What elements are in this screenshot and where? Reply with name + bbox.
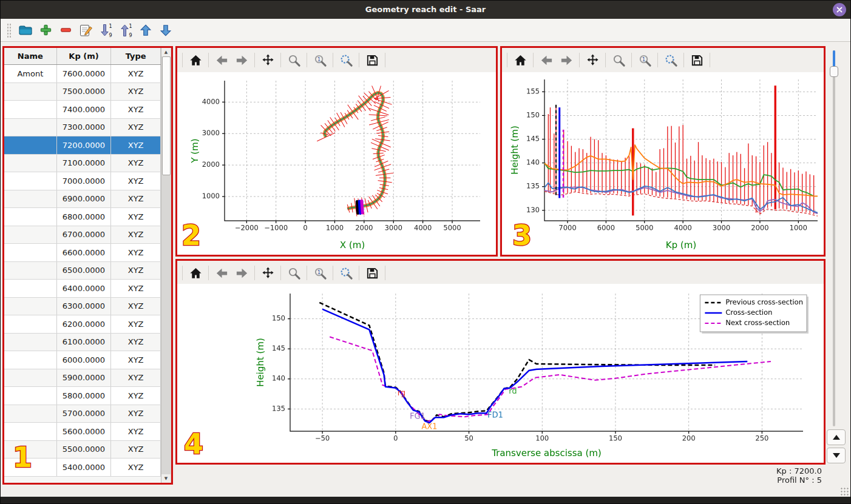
- next-profile-button[interactable]: [827, 448, 846, 463]
- cell-type[interactable]: XYZ: [111, 83, 161, 101]
- cell-type[interactable]: XYZ: [111, 190, 161, 208]
- cell-name[interactable]: [4, 119, 57, 136]
- table-row[interactable]: 6100.0000XYZ: [4, 334, 161, 352]
- cell-kp[interactable]: 7300.0000: [57, 119, 112, 136]
- slider-track[interactable]: [833, 50, 835, 426]
- profile-slider[interactable]: [830, 50, 838, 426]
- add-button[interactable]: [36, 22, 55, 39]
- table-row[interactable]: 6300.0000XYZ: [4, 298, 161, 316]
- home-icon[interactable]: [188, 266, 203, 280]
- scrollbar-thumb[interactable]: [162, 56, 171, 175]
- cell-type[interactable]: XYZ: [111, 172, 161, 190]
- cell-name[interactable]: [4, 387, 57, 405]
- resize-grip[interactable]: [840, 487, 849, 496]
- cell-type[interactable]: XYZ: [111, 155, 161, 172]
- table-row[interactable]: 5800.0000XYZ: [4, 387, 161, 405]
- pan-icon[interactable]: [260, 53, 275, 67]
- cell-kp[interactable]: 6900.0000: [57, 190, 112, 208]
- cell-kp[interactable]: 7400.0000: [57, 101, 112, 118]
- cell-kp[interactable]: 7000.0000: [57, 172, 112, 190]
- table-row[interactable]: 6600.0000XYZ: [4, 244, 161, 262]
- cell-kp[interactable]: 7200.0000: [57, 136, 112, 154]
- cell-kp[interactable]: 6800.0000: [57, 208, 112, 226]
- table-row[interactable]: 6400.0000XYZ: [4, 280, 161, 298]
- home-icon[interactable]: [513, 53, 527, 67]
- cell-type[interactable]: XYZ: [111, 334, 161, 351]
- cell-kp[interactable]: 5700.0000: [57, 405, 112, 423]
- table-row[interactable]: 5900.0000XYZ: [4, 369, 161, 388]
- cell-type[interactable]: XYZ: [111, 280, 161, 297]
- cell-type[interactable]: XYZ: [111, 298, 161, 315]
- cell-name[interactable]: [4, 262, 57, 280]
- cell-kp[interactable]: 7600.0000: [57, 65, 112, 82]
- cell-type[interactable]: XYZ: [111, 262, 161, 280]
- table-row[interactable]: 6900.0000XYZ: [4, 190, 161, 209]
- cell-name[interactable]: [4, 172, 57, 190]
- table-row[interactable]: 7100.0000XYZ: [4, 155, 161, 173]
- cell-kp[interactable]: 7100.0000: [57, 155, 112, 172]
- cell-kp[interactable]: 5800.0000: [57, 387, 112, 405]
- cell-type[interactable]: XYZ: [111, 351, 161, 369]
- longitudinal-profile-chart[interactable]: [502, 72, 824, 255]
- save-icon[interactable]: [690, 53, 704, 67]
- previous-profile-button[interactable]: [827, 429, 846, 445]
- cell-name[interactable]: [4, 334, 57, 351]
- pan-icon[interactable]: [585, 53, 600, 67]
- back-icon[interactable]: [214, 53, 229, 67]
- cell-type[interactable]: XYZ: [111, 459, 161, 476]
- zoom-one-icon[interactable]: 1: [313, 53, 327, 67]
- cell-name[interactable]: [4, 351, 57, 369]
- cell-type[interactable]: XYZ: [111, 119, 161, 136]
- cell-kp[interactable]: 5500.0000: [57, 441, 112, 459]
- cell-type[interactable]: XYZ: [111, 423, 161, 440]
- cell-type[interactable]: XYZ: [111, 136, 161, 154]
- cell-kp[interactable]: 5900.0000: [57, 369, 112, 387]
- zoom-rect-icon[interactable]: [339, 53, 353, 67]
- cross-section-chart[interactable]: [177, 284, 824, 463]
- sort-ascending-button[interactable]: 1 9: [117, 22, 135, 39]
- cell-kp[interactable]: 6400.0000: [57, 280, 112, 297]
- save-icon[interactable]: [365, 266, 379, 280]
- save-icon[interactable]: [365, 53, 379, 67]
- cell-kp[interactable]: 7500.0000: [57, 83, 112, 101]
- sort-descending-button[interactable]: 1 9: [97, 22, 115, 39]
- edit-button[interactable]: [76, 22, 95, 39]
- cell-name[interactable]: Amont: [4, 65, 57, 82]
- cell-name[interactable]: [4, 226, 57, 244]
- table-row[interactable]: 6700.0000XYZ: [4, 226, 161, 244]
- table-row[interactable]: 6500.0000XYZ: [4, 262, 161, 280]
- plan-view-chart[interactable]: [177, 72, 496, 255]
- zoom-icon[interactable]: [286, 53, 301, 67]
- open-button[interactable]: [16, 22, 35, 39]
- zoom-icon[interactable]: [286, 266, 301, 280]
- forward-icon[interactable]: [559, 53, 574, 67]
- back-icon[interactable]: [539, 53, 554, 67]
- move-down-button[interactable]: [157, 22, 175, 39]
- cell-type[interactable]: XYZ: [111, 315, 161, 333]
- cell-name[interactable]: [4, 298, 57, 315]
- cell-name[interactable]: [4, 315, 57, 333]
- cell-kp[interactable]: 6000.0000: [57, 351, 112, 369]
- cell-kp[interactable]: 6100.0000: [57, 334, 112, 351]
- cell-type[interactable]: XYZ: [111, 405, 161, 423]
- zoom-rect-icon[interactable]: [339, 266, 353, 280]
- remove-button[interactable]: [56, 22, 75, 39]
- table-row[interactable]: 7000.0000XYZ: [4, 172, 161, 190]
- table-row[interactable]: 6000.0000XYZ: [4, 351, 161, 369]
- forward-icon[interactable]: [234, 53, 249, 67]
- toolbar-grip[interactable]: [7, 23, 12, 38]
- column-header-kp[interactable]: Kp (m): [57, 48, 112, 64]
- back-icon[interactable]: [214, 266, 229, 280]
- cell-kp[interactable]: 5600.0000: [57, 423, 112, 440]
- cell-type[interactable]: XYZ: [111, 244, 161, 261]
- table-row[interactable]: 7400.0000XYZ: [4, 101, 161, 119]
- slider-handle[interactable]: [830, 66, 838, 77]
- zoom-one-icon[interactable]: 1: [637, 53, 652, 67]
- home-icon[interactable]: [188, 53, 203, 67]
- table-row[interactable]: 7300.0000XYZ: [4, 119, 161, 137]
- cell-type[interactable]: XYZ: [111, 369, 161, 387]
- cell-name[interactable]: [4, 244, 57, 261]
- column-header-type[interactable]: Type: [111, 48, 161, 64]
- table-row[interactable]: 6200.0000XYZ: [4, 315, 161, 334]
- cell-type[interactable]: XYZ: [111, 226, 161, 244]
